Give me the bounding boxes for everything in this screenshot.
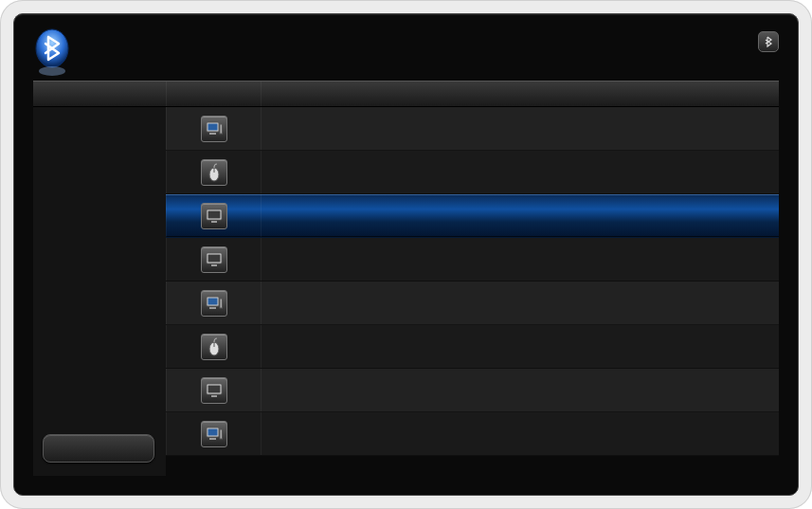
device-list <box>166 107 779 476</box>
computer-icon <box>201 290 227 317</box>
device-name-cell <box>261 369 779 411</box>
mouse-icon <box>201 159 227 186</box>
device-icon-cell <box>166 151 261 193</box>
svg-point-1 <box>39 66 65 76</box>
table-header <box>33 81 779 107</box>
device-row[interactable] <box>166 325 779 369</box>
action-button[interactable] <box>43 434 154 463</box>
header-col-name[interactable] <box>261 82 779 106</box>
window-frame <box>0 0 812 509</box>
mouse-icon <box>201 334 227 360</box>
device-row[interactable] <box>166 282 779 325</box>
computer-icon <box>201 421 227 447</box>
header-col-icon[interactable] <box>166 82 261 106</box>
device-icon-cell <box>166 194 261 237</box>
computer-icon <box>201 116 227 142</box>
device-name-cell <box>261 282 779 324</box>
monitor-icon <box>201 377 227 404</box>
titlebar <box>33 24 779 81</box>
monitor-icon <box>201 246 227 273</box>
device-row[interactable] <box>166 107 779 151</box>
sidebar <box>33 107 166 476</box>
device-icon-cell <box>166 412 261 455</box>
bluetooth-status-icon[interactable] <box>758 31 779 52</box>
device-icon-cell <box>166 107 261 150</box>
device-icon-cell <box>166 238 261 281</box>
device-name-cell <box>261 107 779 150</box>
device-row[interactable] <box>166 194 779 238</box>
device-name-cell <box>261 412 779 455</box>
device-icon-cell <box>166 282 261 324</box>
monitor-icon <box>201 203 227 229</box>
device-name-cell <box>261 151 779 193</box>
device-icon-cell <box>166 369 261 411</box>
device-name-cell <box>261 238 779 281</box>
device-icon-cell <box>166 325 261 368</box>
device-row[interactable] <box>166 238 779 282</box>
content-area <box>33 107 779 476</box>
bluetooth-window <box>13 13 799 496</box>
device-name-cell <box>261 325 779 368</box>
bluetooth-logo-icon <box>33 27 71 79</box>
device-name-cell <box>261 194 779 237</box>
device-row[interactable] <box>166 151 779 194</box>
device-row[interactable] <box>166 412 779 456</box>
device-row[interactable] <box>166 369 779 412</box>
header-col-category[interactable] <box>33 82 166 106</box>
